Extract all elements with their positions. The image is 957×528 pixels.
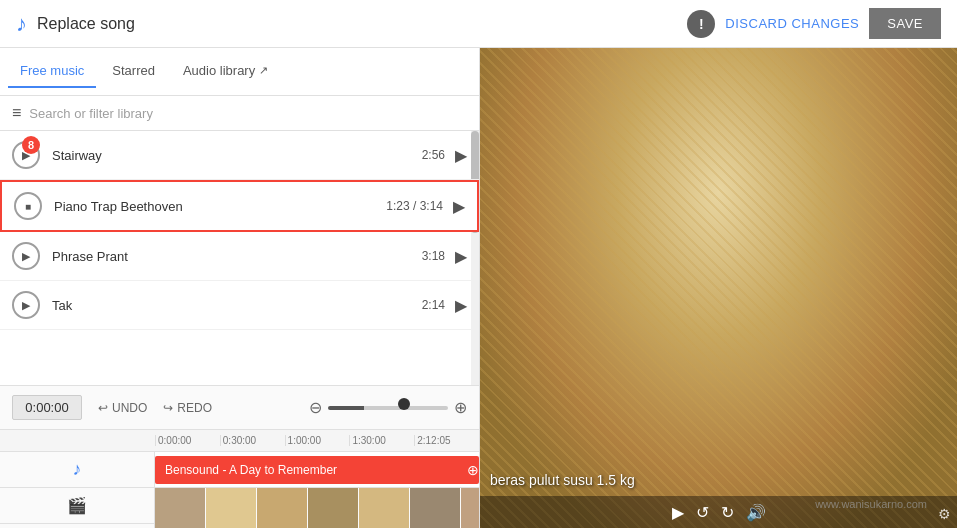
stop-button[interactable]: ■: [14, 192, 42, 220]
header: ♪ Replace song ! DISCARD CHANGES SAVE: [0, 0, 957, 48]
left-panel: Free music Starred Audio library ↗ ≡ ▶ 8…: [0, 48, 480, 528]
song-duration: 2:14: [422, 298, 445, 312]
video-area: beras pulut susu 1.5 kg www.wanisukarno.…: [480, 48, 957, 528]
video-rewind-button[interactable]: ↺: [696, 503, 709, 522]
video-thumb: [410, 488, 460, 528]
track-content: Bensound - A Day to Remember ⊕: [155, 452, 479, 528]
zoom-out-button[interactable]: ⊖: [309, 398, 322, 417]
tab-audio-library[interactable]: Audio library ↗: [171, 55, 280, 88]
search-bar: ≡: [0, 96, 479, 131]
music-icon: ♪: [73, 459, 82, 480]
save-button[interactable]: SAVE: [869, 8, 941, 39]
timeline-container: 0:00:00 0:30:00 1:00:00 1:30:00 2:12:05 …: [0, 429, 479, 528]
video-thumb: [359, 488, 409, 528]
ruler-mark: 2:12:05: [414, 435, 479, 446]
song-name: Stairway: [52, 148, 422, 163]
video-track-label: 🎬: [0, 488, 154, 524]
list-item[interactable]: ▶ 8 Stairway 2:56 ▶: [0, 131, 479, 180]
zoom-in-button[interactable]: ⊕: [454, 398, 467, 417]
track-area: ♪ 🎬 Bensound - A Day to Remember ⊕: [0, 452, 479, 528]
list-item[interactable]: ▶ Tak 2:14 ▶: [0, 281, 479, 330]
right-panel: beras pulut susu 1.5 kg www.wanisukarno.…: [480, 48, 957, 528]
undo-icon: ↩: [98, 401, 108, 415]
redo-button[interactable]: ↪ REDO: [157, 397, 218, 419]
audio-track: Bensound - A Day to Remember ⊕: [155, 452, 479, 488]
youtube-icon[interactable]: ▶: [455, 247, 467, 266]
youtube-icon[interactable]: ▶: [453, 197, 465, 216]
play-button[interactable]: ▶: [12, 242, 40, 270]
list-item[interactable]: ■ Piano Trap Beethoven 1:23 / 3:14 ▶: [0, 180, 479, 232]
video-thumb: [308, 488, 358, 528]
logo-icon: ♪: [16, 11, 27, 37]
badge: 8: [22, 136, 40, 154]
tab-starred[interactable]: Starred: [100, 55, 167, 88]
tabs-bar: Free music Starred Audio library ↗: [0, 48, 479, 96]
track-labels: ♪ 🎬: [0, 452, 155, 528]
audio-bar[interactable]: Bensound - A Day to Remember ⊕: [155, 456, 479, 484]
ruler-mark: 0:00:00: [155, 435, 220, 446]
page-title: Replace song: [37, 15, 135, 33]
alert-icon: !: [687, 10, 715, 38]
external-link-icon: ↗: [259, 64, 268, 77]
ruler-mark: 1:30:00: [349, 435, 414, 446]
video-thumbs-row: [155, 488, 479, 528]
zoom-slider[interactable]: [328, 406, 448, 410]
play-button[interactable]: ▶: [12, 291, 40, 319]
ruler-marks: 0:00:00 0:30:00 1:00:00 1:30:00 2:12:05: [155, 435, 479, 446]
time-display: 0:00:00: [12, 395, 82, 420]
settings-icon[interactable]: ⚙: [938, 506, 951, 522]
video-volume-button[interactable]: 🔊: [746, 503, 766, 522]
zoom-thumb[interactable]: [398, 398, 410, 410]
undo-button[interactable]: ↩ UNDO: [92, 397, 153, 419]
video-thumb: [461, 488, 479, 528]
filter-icon[interactable]: ≡: [12, 104, 21, 122]
redo-icon: ↪: [163, 401, 173, 415]
header-right: ! DISCARD CHANGES SAVE: [687, 8, 941, 39]
audio-bar-text: Bensound - A Day to Remember: [165, 463, 337, 477]
undo-label: UNDO: [112, 401, 147, 415]
zoom-slider-container: [328, 406, 448, 410]
song-duration: 3:18: [422, 249, 445, 263]
video-display: [480, 48, 957, 528]
tab-free-music[interactable]: Free music: [8, 55, 96, 88]
discard-button[interactable]: DISCARD CHANGES: [725, 16, 859, 31]
timeline-ruler: 0:00:00 0:30:00 1:00:00 1:30:00 2:12:05: [0, 430, 479, 452]
audio-bar-end-icon: ⊕: [467, 462, 479, 478]
song-duration: 1:23 / 3:14: [386, 199, 443, 213]
zoom-controls: ⊖ ⊕: [309, 398, 467, 417]
redo-label: REDO: [177, 401, 212, 415]
video-forward-button[interactable]: ↻: [721, 503, 734, 522]
video-thumb: [155, 488, 205, 528]
song-list: ▶ 8 Stairway 2:56 ▶ ■ Piano Trap Beethov…: [0, 131, 479, 385]
video-thumb: [206, 488, 256, 528]
camera-icon: 🎬: [67, 496, 87, 515]
ruler-mark: 1:00:00: [285, 435, 350, 446]
video-play-button[interactable]: ▶: [672, 503, 684, 522]
youtube-icon[interactable]: ▶: [455, 296, 467, 315]
youtube-icon[interactable]: ▶: [455, 146, 467, 165]
search-input[interactable]: [29, 106, 467, 121]
main-layout: Free music Starred Audio library ↗ ≡ ▶ 8…: [0, 48, 957, 528]
audio-track-label: ♪: [0, 452, 154, 488]
song-duration: 2:56: [422, 148, 445, 162]
song-name: Piano Trap Beethoven: [54, 199, 386, 214]
header-left: ♪ Replace song: [16, 11, 135, 37]
song-name: Tak: [52, 298, 422, 313]
video-thumb: [257, 488, 307, 528]
song-name: Phrase Prant: [52, 249, 422, 264]
list-item[interactable]: ▶ Phrase Prant 3:18 ▶: [0, 232, 479, 281]
video-controls: ▶ ↺ ↻ 🔊: [480, 496, 957, 528]
video-overlay-text: beras pulut susu 1.5 kg: [490, 472, 635, 488]
history-buttons: ↩ UNDO ↪ REDO: [92, 397, 218, 419]
ruler-mark: 0:30:00: [220, 435, 285, 446]
bottom-toolbar: 0:00:00 ↩ UNDO ↪ REDO ⊖ ⊕: [0, 385, 479, 429]
